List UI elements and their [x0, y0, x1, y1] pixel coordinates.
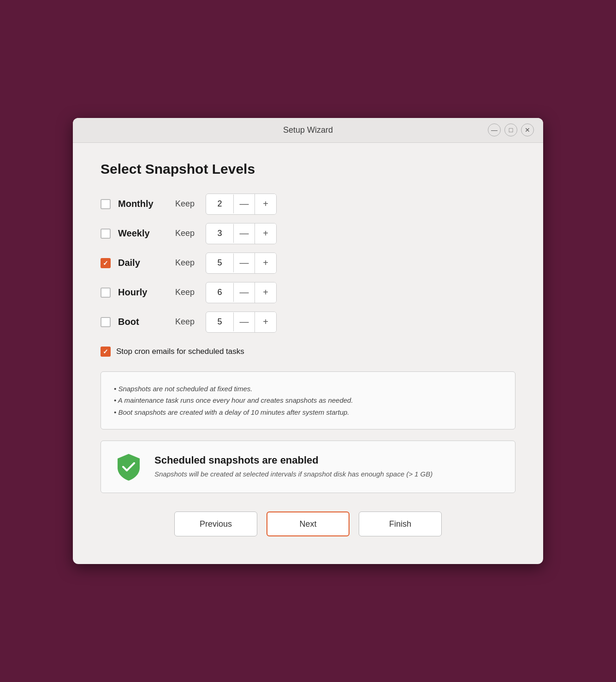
weekly-number-control: 3 — +: [206, 223, 277, 244]
hourly-keep-label: Keep: [175, 288, 195, 297]
finish-button[interactable]: Finish: [359, 512, 442, 536]
boot-increment-button[interactable]: +: [255, 312, 276, 332]
cron-row: Stop cron emails for scheduled tasks: [101, 347, 515, 357]
boot-number-control: 5 — +: [206, 312, 277, 333]
weekly-keep-label: Keep: [175, 229, 195, 238]
hourly-checkbox[interactable]: [101, 288, 111, 298]
boot-value: 5: [206, 312, 234, 331]
boot-decrement-button[interactable]: —: [234, 312, 255, 332]
info-bullet-2: • A maintenance task runs once every hou…: [114, 394, 502, 406]
monthly-decrement-button[interactable]: —: [234, 194, 255, 214]
hourly-value: 6: [206, 283, 234, 302]
daily-label: Daily: [118, 258, 164, 268]
weekly-decrement-button[interactable]: —: [234, 223, 255, 244]
shield-checkmark-icon: [114, 452, 143, 482]
window-title: Setup Wizard: [283, 125, 333, 135]
weekly-increment-button[interactable]: +: [255, 223, 276, 244]
weekly-value: 3: [206, 224, 234, 243]
snapshot-row-monthly: Monthly Keep 2 — +: [101, 194, 515, 215]
daily-increment-button[interactable]: +: [255, 253, 276, 273]
close-button[interactable]: ✕: [521, 123, 534, 136]
boot-keep-label: Keep: [175, 317, 195, 327]
status-text: Scheduled snapshots are enabled Snapshot…: [154, 454, 432, 480]
status-box: Scheduled snapshots are enabled Snapshot…: [101, 441, 515, 493]
previous-button[interactable]: Previous: [174, 512, 257, 536]
status-title: Scheduled snapshots are enabled: [154, 454, 432, 466]
monthly-number-control: 2 — +: [206, 194, 277, 215]
monthly-keep-label: Keep: [175, 199, 195, 209]
daily-value: 5: [206, 253, 234, 272]
snapshot-row-hourly: Hourly Keep 6 — +: [101, 282, 515, 303]
titlebar: Setup Wizard — □ ✕: [73, 118, 543, 143]
status-description: Snapshots will be created at selected in…: [154, 469, 432, 480]
snapshot-row-daily: Daily Keep 5 — +: [101, 253, 515, 274]
info-box: • Snapshots are not scheduled at fixed t…: [101, 371, 515, 430]
snapshot-rows-container: Monthly Keep 2 — + Weekly Keep 3 — +: [101, 194, 515, 333]
minimize-button[interactable]: —: [488, 123, 501, 136]
hourly-decrement-button[interactable]: —: [234, 282, 255, 303]
daily-checkbox[interactable]: [101, 258, 111, 268]
daily-keep-label: Keep: [175, 258, 195, 268]
weekly-label: Weekly: [118, 228, 164, 239]
page-title: Select Snapshot Levels: [101, 161, 515, 177]
monthly-label: Monthly: [118, 199, 164, 209]
window-controls: — □ ✕: [488, 123, 534, 136]
daily-number-control: 5 — +: [206, 253, 277, 274]
hourly-label: Hourly: [118, 287, 164, 298]
cron-label: Stop cron emails for scheduled tasks: [116, 347, 244, 356]
maximize-button[interactable]: □: [504, 123, 517, 136]
footer-buttons: Previous Next Finish: [101, 512, 515, 546]
weekly-checkbox[interactable]: [101, 229, 111, 239]
hourly-increment-button[interactable]: +: [255, 282, 276, 303]
setup-wizard-window: Setup Wizard — □ ✕ Select Snapshot Level…: [73, 118, 543, 564]
info-bullet-1: • Snapshots are not scheduled at fixed t…: [114, 383, 502, 395]
main-content: Select Snapshot Levels Monthly Keep 2 — …: [73, 143, 543, 564]
snapshot-row-boot: Boot Keep 5 — +: [101, 312, 515, 333]
monthly-increment-button[interactable]: +: [255, 194, 276, 214]
cron-checkbox[interactable]: [101, 347, 111, 357]
boot-checkbox[interactable]: [101, 317, 111, 327]
hourly-number-control: 6 — +: [206, 282, 277, 303]
monthly-value: 2: [206, 194, 234, 213]
next-button[interactable]: Next: [267, 512, 349, 536]
snapshot-row-weekly: Weekly Keep 3 — +: [101, 223, 515, 244]
monthly-checkbox[interactable]: [101, 199, 111, 209]
info-bullet-3: • Boot snapshots are created with a dela…: [114, 406, 502, 418]
daily-decrement-button[interactable]: —: [234, 253, 255, 273]
boot-label: Boot: [118, 317, 164, 327]
